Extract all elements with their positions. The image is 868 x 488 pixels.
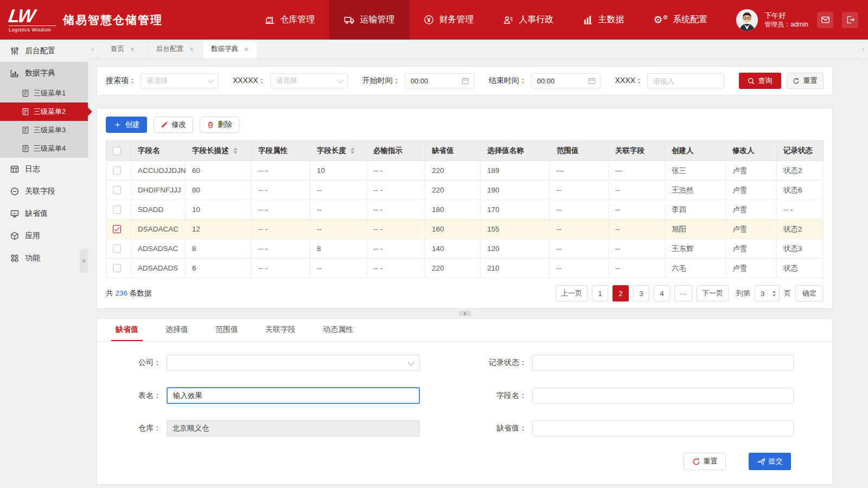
sidebar-item-submenu-2[interactable]: 三级菜单2: [0, 102, 88, 121]
prev-page-button[interactable]: 上一页: [556, 285, 588, 301]
detail-tab-default-value[interactable]: 缺省值: [111, 319, 143, 341]
column-header[interactable]: 字段长描述: [186, 141, 252, 161]
logo-text: LW: [7, 6, 58, 25]
nav-item-hr[interactable]: 人事行政: [488, 0, 568, 40]
sidebar-item-default-values[interactable]: 缺省值: [0, 202, 88, 224]
refresh-icon: [692, 458, 700, 466]
goto-label: 到第: [736, 288, 750, 298]
stepper-icons[interactable]: [773, 291, 776, 297]
filter-reset-button[interactable]: 重置: [787, 73, 824, 89]
column-header[interactable]: 字段长度: [310, 141, 367, 161]
row-checkbox[interactable]: [113, 206, 121, 214]
field-name-input[interactable]: [532, 388, 794, 404]
delete-button[interactable]: 删除: [200, 117, 239, 133]
table-toolbar: ＋ 创建 修改 删除: [106, 117, 824, 133]
table-row[interactable]: ADSADADS6-- ----- -220210----六毛卢雪状态: [106, 259, 824, 278]
sliders-icon: [10, 47, 19, 55]
nav-item-warehouse[interactable]: 仓库管理: [250, 0, 329, 40]
table-cell: -- -: [252, 200, 310, 220]
tab-data-dictionary[interactable]: 数据字典✕: [203, 40, 258, 59]
filter-search-item: 搜索项： 请选择: [106, 73, 218, 88]
avatar[interactable]: [736, 9, 758, 31]
start-time-input[interactable]: 00:00: [405, 73, 474, 88]
table-row[interactable]: ADSADSAC8-- -8-- -140120----王东辉卢雪状态3: [106, 239, 824, 259]
sidebar-item-submenu-1[interactable]: 三级菜单1: [0, 84, 88, 102]
detail-form: 公司： 记录状态： 表名：: [97, 342, 832, 470]
filter-label: XXXX：: [615, 76, 643, 86]
nav-item-transport[interactable]: 运输管理: [329, 0, 409, 40]
page-button[interactable]: 4: [654, 285, 670, 301]
tabs-scroll-right-icon[interactable]: ›: [858, 40, 868, 59]
mail-icon: [821, 15, 830, 24]
xxxx-input[interactable]: [647, 73, 724, 88]
table-cell: 220: [425, 181, 481, 200]
query-button[interactable]: 查询: [739, 73, 781, 89]
sort-icon[interactable]: [350, 147, 355, 154]
page-button[interactable]: 1: [592, 285, 608, 301]
sidebar-item-related-fields[interactable]: 关联字段: [0, 180, 88, 202]
company-select[interactable]: [167, 355, 420, 371]
sidebar-item-data-dictionary[interactable]: 数据字典: [0, 62, 88, 84]
detail-tab-related-field[interactable]: 关联字段: [261, 319, 300, 341]
end-time-input[interactable]: 00:00: [531, 73, 601, 88]
modify-button[interactable]: 修改: [154, 117, 193, 133]
form-submit-button[interactable]: 提交: [749, 453, 791, 470]
sidebar-item-submenu-3[interactable]: 三级菜单3: [0, 121, 88, 139]
sidebar-item-logs[interactable]: 日志: [0, 158, 88, 180]
nav-item-master-data[interactable]: 主数据: [568, 0, 639, 40]
page-button[interactable]: 3: [633, 285, 649, 301]
page-button[interactable]: 2: [612, 285, 629, 301]
table-cell: 卢雪: [726, 239, 777, 259]
next-page-button[interactable]: 下一页: [697, 285, 729, 301]
record-status-input[interactable]: [532, 355, 794, 371]
close-icon[interactable]: ✕: [130, 46, 135, 53]
nav-item-system-config[interactable]: ⚙⚙ 系统配置: [639, 0, 722, 40]
form-reset-button[interactable]: 重置: [684, 453, 726, 470]
tab-home[interactable]: 首页✕: [98, 40, 148, 59]
sidebar-item-applications[interactable]: 应用: [0, 224, 88, 247]
close-icon[interactable]: ✕: [189, 46, 194, 53]
goto-page-input[interactable]: 3: [755, 285, 780, 301]
table-row[interactable]: DSADACAC12-- ----- -160155----旭阳卢雪状态2: [106, 220, 824, 239]
table-row[interactable]: DHDIFNFJJJ80-- ----- -220190----王浩然卢雪状态6: [106, 181, 824, 200]
detail-tab-select-value[interactable]: 选择值: [161, 319, 193, 341]
table-name-input[interactable]: [167, 387, 420, 404]
logout-button[interactable]: [842, 12, 858, 28]
nav-label: 主数据: [598, 14, 624, 25]
row-checkbox[interactable]: [113, 166, 121, 175]
table-cell: -- -: [252, 181, 310, 200]
row-checkbox[interactable]: [113, 264, 121, 272]
sidebar-item-submenu-4[interactable]: 三级菜单4: [0, 139, 88, 158]
goto-value: 3: [761, 290, 764, 298]
create-button[interactable]: ＋ 创建: [106, 117, 147, 133]
table-cell: -- -: [367, 220, 425, 239]
detail-tab-dynamic-attr[interactable]: 动态属性: [318, 319, 358, 341]
close-icon[interactable]: ✕: [244, 46, 249, 53]
sidebar-collapse-handle[interactable]: «: [80, 249, 88, 273]
table-cell: 140: [425, 239, 481, 259]
search-item-select[interactable]: 请选择: [141, 73, 218, 88]
resize-handle[interactable]: [459, 311, 471, 316]
xxxxx-select[interactable]: 请选择: [270, 73, 348, 88]
default-value-input[interactable]: [532, 420, 794, 436]
button-label: 删除: [218, 120, 232, 130]
nav-item-finance[interactable]: 财务管理: [409, 0, 488, 40]
row-checkbox[interactable]: [113, 225, 121, 233]
table-cell: DHDIFNFJJJ: [131, 181, 186, 200]
form-actions: 重置 提交: [97, 453, 832, 470]
goto-confirm-button[interactable]: 确定: [795, 285, 824, 301]
table-row[interactable]: SDADD10-- ----- -180170----李四卢雪-- -: [106, 200, 824, 220]
row-checkbox[interactable]: [113, 186, 121, 194]
select-all-checkbox[interactable]: [113, 147, 121, 155]
sidebar-item-backend-config[interactable]: 后台配置: [0, 40, 88, 62]
tabs-scroll-left-icon[interactable]: ‹: [88, 40, 98, 59]
sort-icon[interactable]: [233, 147, 238, 154]
table-cell: --: [609, 200, 665, 220]
detail-tab-range-value[interactable]: 范围值: [211, 319, 242, 341]
page-ellipsis[interactable]: ···: [674, 285, 692, 301]
row-checkbox[interactable]: [113, 245, 121, 253]
sidebar-item-functions[interactable]: 功能: [0, 247, 88, 269]
mail-button[interactable]: [817, 12, 833, 28]
table-row[interactable]: ACCUOJJDJN60-- -10-- -220189------张三卢雪状态…: [106, 161, 824, 181]
tab-backend-config[interactable]: 后台配置✕: [148, 40, 203, 59]
